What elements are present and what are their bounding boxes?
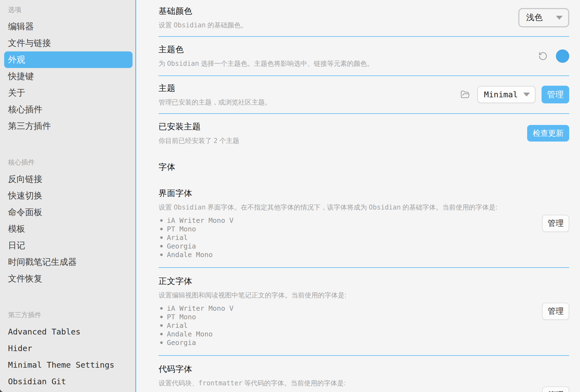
desc-code-text: Obsidian: [167, 60, 199, 67]
fonts-section-title: 字体: [159, 161, 558, 173]
reset-icon[interactable]: [538, 51, 548, 61]
setting-text-font: 正文字体 设置编辑视图和阅读视图中笔记正文的字体。当前使用的字体是: iA Wr…: [159, 268, 569, 356]
desc-code-text: Obsidian: [369, 203, 401, 211]
setting-accent-color: 主题色 为 Obsidian 选择一个主题色。主题色将影响选中、链接等元素的颜色…: [159, 37, 569, 76]
text-font-list: iA Writer Mono VPT MonoArialAndale MonoG…: [159, 304, 531, 347]
accent-color-swatch[interactable]: [556, 49, 569, 63]
desc-text: 设置代码块、: [159, 379, 198, 387]
desc-code-text: Obsidian: [174, 203, 206, 211]
sidebar-item-advanced-tables[interactable]: Advanced Tables: [4, 323, 133, 340]
sidebar-item-daily-notes[interactable]: 日记: [4, 237, 133, 254]
interface-font-desc: 设置 Obsidian 界面字体。在不指定其他字体的情况下，该字体将成为 Obs…: [159, 203, 531, 212]
manage-themes-button[interactable]: 管理: [542, 86, 569, 103]
desc-text: 选择一个主题色。主题色将影响选中、链接等元素的颜色。: [199, 60, 374, 67]
sidebar-item-hider[interactable]: Hider: [4, 340, 133, 357]
theme-select[interactable]: Minimal: [477, 86, 535, 103]
desc-text: 等代码的字体。当前使用的字体是:: [242, 379, 346, 387]
manage-monospace-font-button[interactable]: 管理: [542, 386, 569, 392]
sidebar-item-command-palette[interactable]: 命令面板: [4, 204, 133, 221]
interface-font-title: 界面字体: [159, 188, 531, 199]
sidebar-group-title-core-plugins: 核心插件: [4, 158, 133, 166]
sidebar-item-file-recovery[interactable]: 文件恢复: [4, 270, 133, 287]
desc-text: 设置编辑视图和阅读视图中笔记正文的字体。当前使用的字体是:: [159, 291, 346, 299]
installed-themes-title: 已安装主题: [159, 121, 516, 132]
text-font-title: 正文字体: [159, 276, 531, 287]
base-color-scheme-desc: 设置 Obsidian 的基础颜色。: [159, 21, 507, 30]
accent-color-title: 主题色: [159, 44, 527, 55]
font-list-item: Arial: [159, 321, 531, 330]
sidebar-item-appearance[interactable]: 外观: [4, 51, 133, 68]
desc-text: 的基础字体。当前使用的字体是:: [401, 203, 497, 211]
base-color-scheme-value: 浅色: [526, 12, 543, 23]
monospace-font-desc: 设置代码块、frontmatter 等代码的字体。当前使用的字体是:: [159, 379, 531, 388]
font-list-item: Georgia: [159, 338, 531, 347]
desc-code-text: frontmatter: [198, 379, 242, 387]
font-list-item: iA Writer Mono V: [159, 216, 531, 225]
desc-text: 的基础颜色。: [206, 21, 247, 29]
font-list-item: PT Mono: [159, 225, 531, 233]
fonts-section-heading: 字体: [159, 161, 569, 180]
desc-text: 个主题: [218, 137, 239, 144]
sidebar-item-minimal-theme-settings[interactable]: Minimal Theme Settings: [4, 357, 133, 373]
manage-interface-font-button[interactable]: 管理: [542, 215, 569, 232]
desc-code-text: Obsidian: [174, 21, 206, 29]
font-list-item: Arial: [159, 233, 531, 242]
setting-interface-font: 界面字体 设置 Obsidian 界面字体。在不指定其他字体的情况下，该字体将成…: [159, 180, 569, 268]
font-list-item: PT Mono: [159, 313, 531, 321]
desc-text: 为: [159, 60, 167, 67]
desc-text: 设置: [159, 203, 174, 211]
sidebar-item-files-and-links[interactable]: 文件与链接: [4, 35, 133, 51]
setting-base-color-scheme: 基础颜色 设置 Obsidian 的基础颜色。 浅色: [159, 0, 569, 37]
manage-text-font-button[interactable]: 管理: [542, 303, 569, 320]
base-color-scheme-select[interactable]: 浅色: [518, 8, 569, 27]
sidebar-item-backlinks[interactable]: 反向链接: [4, 171, 133, 187]
sidebar-item-community-plugins[interactable]: 第三方插件: [4, 118, 133, 134]
sidebar-group-community-plugins: 第三方插件 Advanced Tables Hider Minimal Them…: [4, 311, 133, 390]
sidebar-item-editor[interactable]: 编辑器: [4, 18, 133, 35]
accent-color-desc: 为 Obsidian 选择一个主题色。主题色将影响选中、链接等元素的颜色。: [159, 59, 527, 68]
font-list-item: iA Writer Mono V: [159, 304, 531, 313]
chevron-down-icon: [523, 93, 530, 96]
theme-select-value: Minimal: [484, 90, 518, 99]
folder-open-icon[interactable]: [460, 90, 470, 99]
installed-themes-desc: 你目前已经安装了 2 个主题: [159, 136, 516, 145]
desc-code-text: 2: [214, 137, 218, 145]
obsidian-settings-window: 选项 编辑器 文件与链接 外观 快捷键 关于 核心插件 第三方插件 核心插件 反…: [0, 0, 580, 392]
sidebar-item-obsidian-git[interactable]: Obsidian Git: [4, 373, 133, 390]
desc-text: 管理已安装的主题，或浏览社区主题。: [159, 98, 271, 106]
font-list-item: Andale Mono: [159, 330, 531, 338]
interface-font-list: iA Writer Mono VPT MonoArialGeorgiaAndal…: [159, 216, 531, 259]
text-font-desc: 设置编辑视图和阅读视图中笔记正文的字体。当前使用的字体是:: [159, 291, 531, 300]
sidebar-item-timestamp-note-generator[interactable]: 时间戳笔记生成器: [4, 254, 133, 270]
sidebar-group-title-community-plugins: 第三方插件: [4, 311, 133, 319]
themes-desc: 管理已安装的主题，或浏览社区主题。: [159, 98, 449, 107]
themes-title: 主题: [159, 83, 449, 94]
chevron-down-icon: [556, 16, 563, 20]
sidebar-item-core-plugins[interactable]: 核心插件: [4, 101, 133, 118]
sidebar-item-quick-switcher[interactable]: 快速切换: [4, 187, 133, 204]
monospace-font-title: 代码字体: [159, 364, 531, 375]
check-updates-button[interactable]: 检查更新: [527, 125, 569, 142]
sidebar-group-title-options: 选项: [4, 6, 133, 14]
setting-monospace-font: 代码字体 设置代码块、frontmatter 等代码的字体。当前使用的字体是: …: [159, 356, 569, 392]
settings-sidebar: 选项 编辑器 文件与链接 外观 快捷键 关于 核心插件 第三方插件 核心插件 反…: [0, 0, 136, 392]
setting-installed-themes: 已安装主题 你目前已经安装了 2 个主题 检查更新: [159, 114, 569, 148]
desc-text: 你目前已经安装了: [159, 137, 214, 144]
sidebar-item-about[interactable]: 关于: [4, 85, 133, 101]
base-color-scheme-title: 基础颜色: [159, 6, 507, 17]
desc-text: 设置: [159, 21, 174, 29]
setting-themes: 主题 管理已安装的主题，或浏览社区主题。 Minimal 管理: [159, 76, 569, 114]
appearance-settings-pane: 基础颜色 设置 Obsidian 的基础颜色。 浅色 主题色 为 Obsidia…: [136, 0, 580, 392]
sidebar-item-hotkeys[interactable]: 快捷键: [4, 68, 133, 85]
font-list-item: Andale Mono: [159, 250, 531, 259]
font-list-item: Georgia: [159, 242, 531, 250]
sidebar-group-options: 选项 编辑器 文件与链接 外观 快捷键 关于 核心插件 第三方插件: [4, 6, 133, 134]
sidebar-group-core-plugins: 核心插件 反向链接 快速切换 命令面板 模板 日记 时间戳笔记生成器 文件恢复: [4, 158, 133, 287]
sidebar-item-templates[interactable]: 模板: [4, 221, 133, 237]
desc-text: 界面字体。在不指定其他字体的情况下，该字体将成为: [206, 203, 369, 211]
